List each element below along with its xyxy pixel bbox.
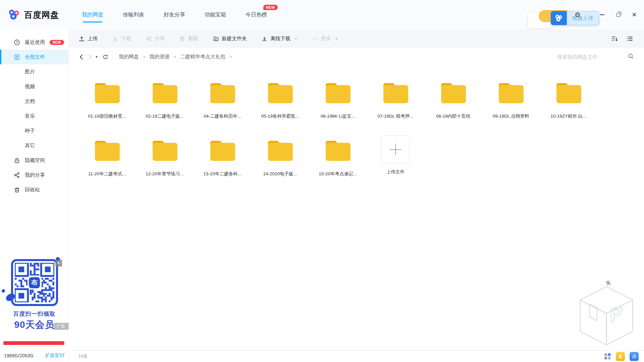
upload-file-tile[interactable]: 上传文件 bbox=[367, 135, 424, 192]
list-view-icon[interactable] bbox=[626, 35, 633, 42]
sidebar: 最近使用 NEW 全部文件 图片视频文档音乐种子其它 隐藏空间 bbox=[0, 29, 69, 362]
sidebar-category-item[interactable]: 文档 bbox=[0, 94, 68, 109]
folder-tile[interactable]: 04-二建各科历年... bbox=[194, 77, 251, 135]
nav-tab[interactable]: 传输列表 bbox=[122, 9, 145, 20]
sidebar-category-item[interactable]: 种子 bbox=[0, 123, 68, 138]
promo-lamp-icon[interactable] bbox=[616, 352, 625, 361]
offline-download-icon bbox=[262, 36, 267, 42]
folder-tile[interactable]: 09-19DL 点睛资料 bbox=[482, 77, 540, 135]
expand-storage-link[interactable]: 扩容至5T bbox=[45, 353, 65, 359]
folder-tile[interactable]: 10-19ZY精华 白... bbox=[540, 77, 597, 135]
more-button[interactable]: 更多 ▼ bbox=[312, 36, 338, 42]
folder-name: 04-二建各科历年... bbox=[204, 113, 241, 119]
folder-name: 07-19DL 模考押... bbox=[378, 113, 414, 119]
sidebar-item-label: 其它 bbox=[25, 142, 35, 149]
baidu-netdisk-window: 百度网盘 我的网盘传输列表好友分享功能宝箱今日热榜NEW 拖拽上传 bbox=[0, 0, 644, 362]
folder-tile[interactable]: 13-20年二建各科... bbox=[194, 135, 251, 192]
storage-area: 1989G/2053G 扩容至5T bbox=[0, 341, 69, 362]
hidden-space-lock-icon[interactable] bbox=[630, 352, 639, 361]
sidebar-category-item[interactable]: 图片 bbox=[0, 64, 68, 79]
sidebar-item-recent[interactable]: 最近使用 NEW bbox=[0, 35, 68, 50]
chevron-down-icon[interactable]: ▼ bbox=[294, 37, 298, 41]
folder-tile[interactable]: 02-19二建电子版... bbox=[136, 77, 194, 135]
maximize-button[interactable] bbox=[614, 11, 622, 18]
trash-icon bbox=[179, 36, 185, 42]
offline-download-button[interactable]: 离线下载 ▼ bbox=[262, 36, 298, 42]
breadcrumb-item[interactable]: 二建精华考点大礼包 bbox=[180, 54, 225, 60]
nav-tab[interactable]: 功能宝箱 bbox=[204, 9, 227, 20]
nav-tab[interactable]: 好友分享 bbox=[163, 9, 186, 20]
folder-tile[interactable]: 06-19Mr Li蓝宝... bbox=[309, 77, 367, 135]
app-title: 百度网盘 bbox=[24, 9, 59, 20]
settings-gear-icon[interactable]: ⚙ bbox=[575, 11, 581, 19]
sidebar-category-item[interactable]: 音乐 bbox=[0, 109, 68, 123]
sidebar-item-recycle-bin[interactable]: 回收站 bbox=[0, 182, 68, 197]
toolbar: 上传 下载 分享 删除 新建文件夹 bbox=[69, 29, 644, 48]
nav-tab[interactable]: 我的网盘 bbox=[81, 9, 104, 20]
delete-button[interactable]: 删除 bbox=[179, 36, 198, 42]
folder-tile[interactable]: 14-2020电子版... bbox=[251, 135, 309, 192]
folder-name: 13-20年二建各科... bbox=[203, 171, 241, 177]
folder-icon bbox=[265, 81, 295, 105]
sidebar-item-label: 种子 bbox=[25, 128, 35, 134]
upload-tile-label: 上传文件 bbox=[386, 169, 405, 175]
nav-tab[interactable]: 今日热榜NEW bbox=[245, 9, 268, 20]
folder-icon bbox=[496, 81, 526, 105]
top-nav-tabs: 我的网盘传输列表好友分享功能宝箱今日热榜NEW bbox=[81, 9, 268, 20]
grid-view-icon[interactable] bbox=[604, 353, 611, 360]
new-badge: NEW bbox=[50, 40, 64, 45]
share-icon bbox=[13, 172, 20, 178]
more-dots-icon bbox=[312, 36, 318, 42]
folder-tile[interactable]: 11-20年二建考试... bbox=[78, 135, 136, 192]
sidebar-item-my-share[interactable]: 我的分享 bbox=[0, 168, 68, 182]
main-panel: 上传 下载 分享 删除 新建文件夹 bbox=[69, 29, 644, 362]
qr-code: 布 ✕ bbox=[11, 259, 58, 306]
document-icon bbox=[13, 54, 20, 60]
folder-icon bbox=[381, 81, 410, 105]
folder-name: 09-19DL 点睛资料 bbox=[492, 113, 529, 119]
sidebar-category-item[interactable]: 其它 bbox=[0, 138, 68, 153]
folder-tile[interactable]: 07-19DL 模考押... bbox=[367, 77, 424, 135]
close-button[interactable]: ✕ bbox=[631, 11, 638, 18]
folder-name: 02-19二建电子版... bbox=[146, 113, 183, 119]
share-button[interactable]: 分享 bbox=[146, 36, 165, 42]
folder-tile[interactable]: 05-19各科学霸笔... bbox=[251, 77, 309, 135]
search-input[interactable] bbox=[557, 54, 628, 60]
sidebar-item-label: 全部文件 bbox=[25, 54, 45, 60]
folder-tile[interactable]: 08-19内部十页纸 bbox=[424, 77, 482, 135]
sidebar-category-item[interactable]: 视频 bbox=[0, 79, 68, 94]
folder-icon bbox=[92, 139, 122, 163]
folder-tile[interactable]: 15-20年考点速记... bbox=[309, 135, 367, 192]
history-dropdown-icon[interactable]: ▼ bbox=[95, 55, 98, 59]
ad-close-icon[interactable]: ✕ bbox=[55, 260, 62, 266]
new-folder-button[interactable]: 新建文件夹 bbox=[213, 36, 247, 42]
sidebar-item-all-files[interactable]: 全部文件 bbox=[0, 50, 68, 64]
titlebar: 百度网盘 我的网盘传输列表好友分享功能宝箱今日热榜NEW 拖拽上传 bbox=[0, 0, 644, 29]
sidebar-item-label: 音乐 bbox=[25, 113, 35, 119]
breadcrumb-item[interactable]: 我的资源 bbox=[150, 54, 170, 60]
folder-name: 10-19ZY精华 白... bbox=[550, 113, 586, 119]
search-icon[interactable] bbox=[628, 53, 634, 61]
back-icon[interactable] bbox=[77, 53, 86, 61]
promo-ad[interactable]: 布 ✕ 百度扫一扫领取 90天会员 广告 bbox=[0, 259, 69, 331]
refresh-icon[interactable] bbox=[101, 53, 110, 61]
minimize-button[interactable] bbox=[598, 11, 606, 18]
breadcrumb-item[interactable]: 我的网盘 bbox=[119, 54, 139, 60]
window-controls: ⚙ ✕ bbox=[575, 0, 644, 29]
sidebar-item-label: 文档 bbox=[25, 98, 35, 105]
breadcrumb-separator: > bbox=[229, 54, 232, 59]
download-button[interactable]: 下载 bbox=[112, 36, 131, 42]
sidebar-item-label: 最近使用 bbox=[25, 39, 45, 46]
upload-button[interactable]: 上传 bbox=[79, 36, 98, 42]
folder-tile[interactable]: 01-19新旧教材变... bbox=[78, 77, 136, 135]
svg-text:P: P bbox=[610, 302, 623, 326]
folder-tile[interactable]: 12-20年章节练习... bbox=[136, 135, 194, 192]
netdisk-cloud-icon bbox=[554, 14, 564, 22]
sidebar-item-hidden-space[interactable]: 隐藏空间 bbox=[0, 153, 68, 168]
sort-order-icon[interactable] bbox=[611, 35, 618, 42]
folder-icon bbox=[208, 139, 237, 163]
folder-name: 11-20年二建考试... bbox=[88, 171, 126, 177]
chevron-down-icon[interactable]: ▼ bbox=[335, 37, 338, 41]
share-icon bbox=[146, 36, 152, 42]
forward-icon[interactable] bbox=[86, 53, 94, 61]
